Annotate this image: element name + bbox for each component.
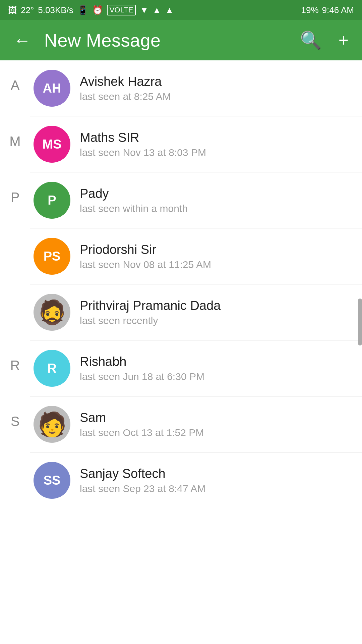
status-bar: 🖼 22° 5.03KB/s 📱 ⏰ VOLTE ▼ ▲ ▲ 19% 9:46 …	[0, 0, 362, 20]
status-left: 🖼 22° 5.03KB/s 📱 ⏰ VOLTE ▼ ▲ ▲	[8, 5, 174, 15]
contact-info-sanjay-softech: Sanjay Softechlast seen Sep 23 at 8:47 A…	[80, 467, 352, 494]
contact-name-prithviraj-pramanic-dada: Prithviraj Pramanic Dada	[80, 299, 352, 313]
search-button[interactable]: 🔍	[297, 27, 325, 54]
signal-icon-2: ▲	[165, 5, 174, 15]
contact-status-rishabh: last seen Jun 18 at 6:30 PM	[80, 371, 352, 382]
contact-item-avishek-hazra[interactable]: AHAvishek Hazralast seen at 8:25 AM	[30, 60, 362, 116]
contact-name-priodorshi-sir: Priodorshi Sir	[80, 243, 352, 257]
section-contacts-s: 🧑Samlast seen Oct 13 at 1:52 PMSSSanjay …	[30, 396, 362, 508]
battery-percent: 19%	[301, 5, 319, 15]
scroll-indicator	[358, 299, 362, 345]
contact-status-maths-sir: last seen Nov 13 at 8:03 PM	[80, 147, 352, 158]
section-contacts-r: RRishabhlast seen Jun 18 at 6:30 PM	[30, 340, 362, 396]
section-contacts-m: MSMaths SIRlast seen Nov 13 at 8:03 PM	[30, 116, 362, 172]
section-group-a: AAHAvishek Hazralast seen at 8:25 AM	[0, 60, 362, 116]
contact-info-maths-sir: Maths SIRlast seen Nov 13 at 8:03 PM	[80, 130, 352, 158]
contact-name-sam: Sam	[80, 411, 352, 425]
avatar-prithviraj-pramanic-dada: 🧔	[34, 294, 70, 331]
contact-status-priodorshi-sir: last seen Nov 08 at 11:25 AM	[80, 259, 352, 270]
avatar-priodorshi-sir: PS	[34, 238, 70, 275]
avatar-sanjay-softech: SS	[34, 462, 70, 499]
app-bar: ← New Message 🔍 +	[0, 20, 362, 60]
page-title: New Message	[44, 30, 287, 51]
contact-name-rishabh: Rishabh	[80, 355, 352, 369]
contact-item-pady[interactable]: PPadylast seen within a month	[30, 172, 362, 228]
phone-icon: 📱	[77, 5, 88, 15]
contact-list: AAHAvishek Hazralast seen at 8:25 AMMMSM…	[0, 60, 362, 508]
section-group-p: PPPadylast seen within a monthPSPriodors…	[0, 172, 362, 340]
contact-info-rishabh: Rishabhlast seen Jun 18 at 6:30 PM	[80, 355, 352, 382]
section-letter-s: S	[0, 396, 30, 508]
section-letter-m: M	[0, 116, 30, 172]
contact-info-avishek-hazra: Avishek Hazralast seen at 8:25 AM	[80, 74, 352, 102]
contact-item-priodorshi-sir[interactable]: PSPriodorshi Sirlast seen Nov 08 at 11:2…	[30, 228, 362, 284]
time: 9:46 AM	[322, 5, 354, 15]
photo-icon: 🖼	[8, 5, 17, 15]
contact-item-sam[interactable]: 🧑Samlast seen Oct 13 at 1:52 PM	[30, 396, 362, 452]
status-right: 19% 9:46 AM	[301, 5, 354, 15]
network-speed: 5.03KB/s	[38, 5, 73, 15]
section-group-m: MMSMaths SIRlast seen Nov 13 at 8:03 PM	[0, 116, 362, 172]
section-group-r: RRRishabhlast seen Jun 18 at 6:30 PM	[0, 340, 362, 396]
section-group-s: S🧑Samlast seen Oct 13 at 1:52 PMSSSanjay…	[0, 396, 362, 508]
section-letter-p: P	[0, 172, 30, 340]
contact-status-pady: last seen within a month	[80, 203, 352, 214]
contact-status-prithviraj-pramanic-dada: last seen recently	[80, 315, 352, 326]
avatar-pady: P	[34, 182, 70, 219]
section-letter-r: R	[0, 340, 30, 396]
section-contacts-p: PPadylast seen within a monthPSPriodorsh…	[30, 172, 362, 340]
contact-info-pady: Padylast seen within a month	[80, 186, 352, 214]
contact-info-sam: Samlast seen Oct 13 at 1:52 PM	[80, 411, 352, 438]
contact-item-prithviraj-pramanic-dada[interactable]: 🧔Prithviraj Pramanic Dadalast seen recen…	[30, 284, 362, 340]
contact-info-priodorshi-sir: Priodorshi Sirlast seen Nov 08 at 11:25 …	[80, 243, 352, 270]
contact-item-maths-sir[interactable]: MSMaths SIRlast seen Nov 13 at 8:03 PM	[30, 116, 362, 172]
section-letter-a: A	[0, 60, 30, 116]
contact-item-rishabh[interactable]: RRishabhlast seen Jun 18 at 6:30 PM	[30, 340, 362, 396]
wifi-icon: ▼	[140, 5, 148, 15]
contact-name-avishek-hazra: Avishek Hazra	[80, 74, 352, 89]
avatar-rishabh: R	[34, 350, 70, 387]
signal-icon: ▲	[153, 5, 161, 15]
section-contacts-a: AHAvishek Hazralast seen at 8:25 AM	[30, 60, 362, 116]
contact-status-sanjay-softech: last seen Sep 23 at 8:47 AM	[80, 483, 352, 494]
contact-info-prithviraj-pramanic-dada: Prithviraj Pramanic Dadalast seen recent…	[80, 299, 352, 326]
back-button[interactable]: ←	[10, 27, 34, 54]
contact-name-pady: Pady	[80, 186, 352, 201]
volte-badge: VOLTE	[107, 5, 136, 15]
avatar-maths-sir: MS	[34, 126, 70, 163]
contact-status-avishek-hazra: last seen at 8:25 AM	[80, 91, 352, 102]
contact-name-sanjay-softech: Sanjay Softech	[80, 467, 352, 481]
add-button[interactable]: +	[335, 27, 352, 54]
avatar-sam: 🧑	[34, 406, 70, 443]
temperature: 22°	[21, 5, 34, 15]
contact-status-sam: last seen Oct 13 at 1:52 PM	[80, 427, 352, 438]
avatar-avishek-hazra: AH	[34, 70, 70, 107]
alarm-icon: ⏰	[92, 5, 103, 15]
contact-name-maths-sir: Maths SIR	[80, 130, 352, 145]
contact-item-sanjay-softech[interactable]: SSSanjay Softechlast seen Sep 23 at 8:47…	[30, 452, 362, 508]
